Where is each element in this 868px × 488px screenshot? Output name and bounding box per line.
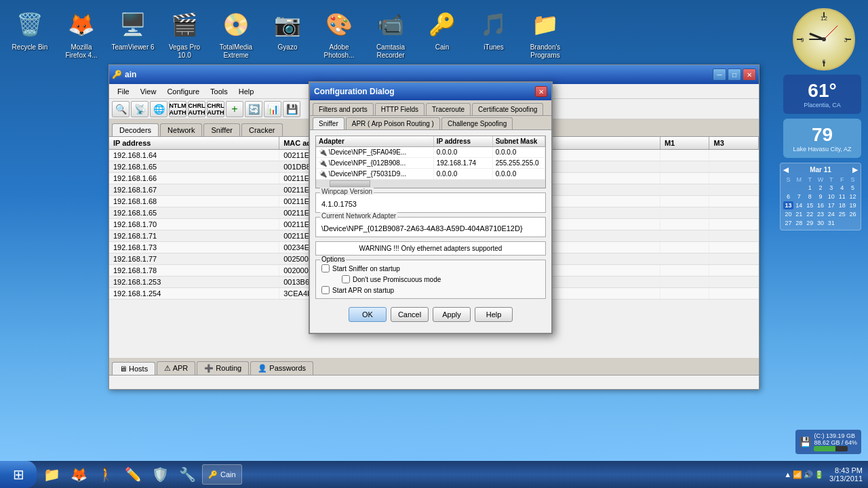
dialog-buttons: OK Cancel Apply Help (315, 304, 546, 327)
cancel-button[interactable]: Cancel (391, 307, 429, 322)
adapter-td-ip-3: 0.0.0.0 (434, 169, 493, 179)
option-row-sniffer: Start Sniffer on startup (321, 264, 540, 272)
adapter-th-adapter: Adapter (316, 136, 434, 146)
checkbox-start-sniffer[interactable] (321, 264, 330, 272)
current-adapter-value: \Device\NPF_{012B9087-2A63-4A83-A59D-404… (319, 223, 542, 234)
adapter-icon-3: 🔌 (319, 170, 327, 178)
adapter-row-1[interactable]: 🔌 \Device\NPF_{5FA049E... 0.0.0.0 0.0.0.… (316, 147, 545, 158)
dialog-tab-filters[interactable]: Filters and ports (313, 103, 374, 115)
dialog-tab-sniffer[interactable]: Sniffer (313, 117, 344, 129)
dialog-tabs-row2: Sniffer APR ( Arp Poison Routing ) Chall… (310, 116, 551, 130)
checkbox-start-apr[interactable] (321, 286, 330, 294)
dialog-tabs: Filters and ports HTTP Fields Traceroute… (310, 100, 551, 116)
adapter-td-mask-2: 255.255.255.0 (493, 158, 545, 168)
options-group: Options Start Sniffer on startup Don't u… (315, 260, 546, 299)
adapter-th-mask: Subnet Mask (493, 136, 545, 146)
adapter-icon-1: 🔌 (319, 148, 327, 156)
dialog-tab-http[interactable]: HTTP Fields (375, 103, 425, 115)
dialog-content: Adapter IP address Subnet Mask 🔌 \Device… (310, 130, 551, 333)
current-adapter-field-group: Current Network Adapter \Device\NPF_{012… (315, 217, 546, 237)
options-label: Options (320, 256, 346, 263)
adapter-td-name-2: 🔌 \Device\NPF_{012B908... (316, 158, 434, 168)
label-start-sniffer: Start Sniffer on startup (332, 265, 400, 272)
option-row-apr: Start APR on startup (321, 286, 540, 294)
option-row-promiscuous-inner: Don't use Promiscuous mode (342, 275, 441, 283)
dialog-tab-challenge[interactable]: Challenge Spoofing (441, 117, 513, 129)
adapter-name-2: \Device\NPF_{012B908... (329, 159, 406, 167)
adapter-td-mask-3: 0.0.0.0 (493, 169, 545, 179)
config-dialog: Configuration Dialog ✕ Filters and ports… (309, 81, 553, 334)
adapter-row-2[interactable]: 🔌 \Device\NPF_{012B908... 192.168.1.74 2… (316, 158, 545, 169)
winpcap-field-group: Winpcap Version 4.1.0.1753 (315, 192, 546, 213)
dialog-titlebar: Configuration Dialog ✕ (310, 83, 551, 100)
adapter-td-name-1: 🔌 \Device\NPF_{5FA049E... (316, 147, 434, 157)
adapter-icon-2: 🔌 (319, 159, 327, 167)
dialog-overlay: Configuration Dialog ✕ Filters and ports… (0, 0, 868, 488)
adapter-td-ip-1: 0.0.0.0 (434, 147, 493, 157)
winpcap-version: 4.1.0.1753 (319, 199, 542, 209)
ok-button[interactable]: OK (349, 307, 387, 322)
adapter-scroll-thumb[interactable] (330, 180, 370, 187)
label-start-apr: Start APR on startup (332, 287, 394, 294)
label-dont-promiscuous: Don't use Promiscuous mode (353, 276, 441, 283)
current-adapter-label: Current Network Adapter (320, 212, 397, 220)
option-row-promiscuous: Don't use Promiscuous mode (321, 274, 540, 285)
adapter-row-3[interactable]: 🔌 \Device\NPF_{75031D9... 0.0.0.0 0.0.0.… (316, 169, 545, 180)
winpcap-label: Winpcap Version (320, 188, 374, 195)
adapter-name-3: \Device\NPF_{75031D9... (329, 170, 406, 178)
dialog-close-button[interactable]: ✕ (535, 86, 547, 97)
adapter-table-header: Adapter IP address Subnet Mask (316, 136, 545, 147)
dialog-tab-traceroute[interactable]: Traceroute (426, 103, 471, 115)
adapter-table-container: Adapter IP address Subnet Mask 🔌 \Device… (315, 136, 546, 188)
help-button[interactable]: Help (475, 307, 513, 322)
dialog-tab-apr[interactable]: APR ( Arp Poison Routing ) (346, 117, 440, 129)
adapter-th-ip: IP address (434, 136, 493, 146)
dialog-title: Configuration Dialog (314, 87, 395, 96)
adapter-td-mask-1: 0.0.0.0 (493, 147, 545, 157)
adapter-td-name-3: 🔌 \Device\NPF_{75031D9... (316, 169, 434, 179)
desktop: 🗑️ Recycle Bin 🦊 Mozilla Firefox 4... 🖥️… (0, 0, 868, 488)
warning-bar: WARNING !!! Only ethernet adapters suppo… (315, 241, 546, 256)
adapter-td-ip-2: 192.168.1.74 (434, 158, 493, 168)
adapter-scrollbar[interactable] (316, 180, 545, 188)
adapter-name-1: \Device\NPF_{5FA049E... (329, 148, 407, 156)
dialog-tab-certificate[interactable]: Certificate Spoofing (472, 103, 543, 115)
checkbox-dont-promiscuous[interactable] (342, 275, 350, 283)
apply-button[interactable]: Apply (433, 307, 471, 322)
